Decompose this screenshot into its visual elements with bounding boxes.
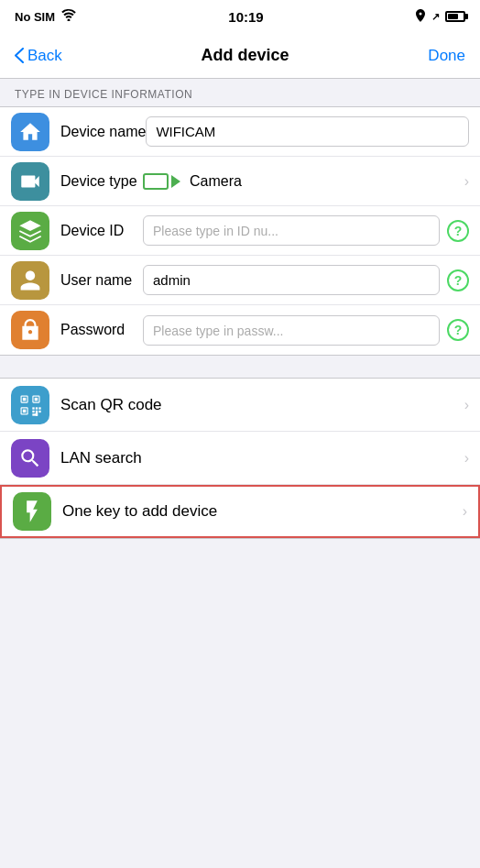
- carrier-label: No SIM: [15, 10, 55, 24]
- one-key-chevron: ›: [463, 503, 467, 520]
- section-gap-1: [0, 356, 480, 378]
- device-type-label: Device type: [60, 173, 143, 190]
- user-name-help[interactable]: ?: [447, 269, 469, 291]
- password-row: Password ?: [0, 305, 480, 355]
- svg-rect-15: [32, 413, 38, 415]
- arrow-icon: ↗: [431, 11, 440, 23]
- password-label: Password: [60, 322, 143, 338]
- lan-search-icon: [11, 439, 49, 478]
- password-icon: [11, 311, 49, 349]
- svg-rect-5: [35, 397, 38, 401]
- status-bar: No SIM 10:19 ↗: [0, 0, 480, 33]
- one-key-row[interactable]: One key to add device ›: [0, 485, 480, 538]
- camera-type-icon: [143, 173, 180, 190]
- svg-rect-14: [38, 410, 40, 412]
- status-time: 10:19: [228, 9, 263, 25]
- svg-rect-9: [32, 407, 34, 409]
- status-right: ↗: [415, 9, 465, 25]
- device-type-icon: [11, 162, 49, 201]
- scan-qr-row[interactable]: Scan QR code ›: [0, 379, 480, 432]
- scan-qr-icon: [11, 386, 49, 424]
- user-name-row: User name ?: [0, 256, 480, 305]
- device-type-row[interactable]: Device type Camera ›: [0, 157, 480, 206]
- lan-search-label: LAN search: [60, 449, 464, 467]
- scan-qr-chevron: ›: [464, 397, 469, 413]
- password-help[interactable]: ?: [447, 319, 469, 341]
- svg-rect-8: [23, 409, 26, 412]
- wifi-icon: [60, 9, 77, 24]
- device-name-label: Device name: [60, 124, 146, 140]
- device-id-icon: [11, 212, 49, 250]
- device-name-input[interactable]: [146, 116, 469, 147]
- device-id-row: Device ID ?: [0, 206, 480, 256]
- svg-rect-10: [36, 407, 38, 409]
- svg-rect-2: [23, 397, 26, 401]
- action-section: Scan QR code › LAN search › One key to a…: [0, 378, 480, 539]
- page-title: Add device: [202, 46, 289, 65]
- device-id-input[interactable]: [143, 215, 440, 246]
- user-name-label: User name: [60, 272, 143, 289]
- back-button[interactable]: Back: [15, 47, 62, 65]
- location-icon: [415, 9, 426, 25]
- device-id-help[interactable]: ?: [447, 220, 469, 242]
- lan-search-chevron: ›: [464, 450, 469, 467]
- lan-search-row[interactable]: LAN search ›: [0, 432, 480, 485]
- svg-rect-11: [38, 407, 40, 409]
- section-header: TYPE IN DEVICE INFORMATION: [0, 79, 480, 106]
- one-key-icon: [13, 492, 51, 531]
- device-type-chevron: ›: [464, 173, 469, 190]
- status-left: No SIM: [15, 9, 77, 24]
- scan-qr-label: Scan QR code: [60, 396, 464, 414]
- device-id-label: Device ID: [60, 223, 143, 239]
- nav-bar: Back Add device Done: [0, 33, 480, 79]
- device-type-value: Camera: [143, 173, 242, 190]
- back-label: Back: [27, 47, 62, 65]
- form-section: Device name Device type Camera › Device …: [0, 106, 480, 356]
- user-name-input[interactable]: [143, 265, 440, 295]
- device-name-icon: [11, 113, 49, 151]
- device-type-text: Camera: [190, 173, 242, 190]
- user-name-icon: [11, 261, 49, 300]
- battery-icon: [445, 11, 465, 22]
- done-button[interactable]: Done: [428, 47, 465, 65]
- one-key-label: One key to add device: [62, 502, 463, 521]
- device-name-row: Device name: [0, 107, 480, 157]
- svg-rect-12: [32, 410, 34, 412]
- password-input[interactable]: [143, 315, 440, 346]
